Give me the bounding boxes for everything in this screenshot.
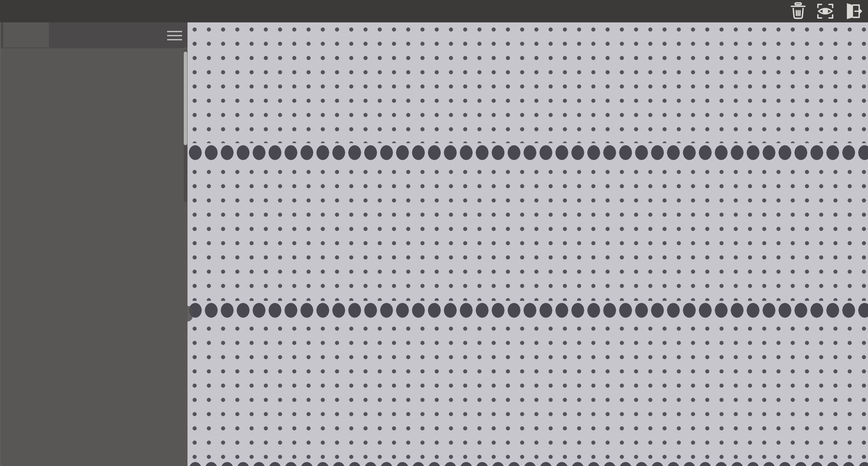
- sidebar-scrollbar[interactable]: [184, 50, 187, 202]
- scrollbar-thumb[interactable]: [184, 52, 187, 145]
- sidebar: [0, 22, 188, 466]
- view-icon: [818, 4, 833, 18]
- pegboard-canvas[interactable]: [188, 22, 868, 466]
- exit-icon: [847, 3, 862, 19]
- exit-button[interactable]: [842, 1, 863, 21]
- view-mode-button[interactable]: [814, 1, 836, 21]
- trash-icon: [791, 3, 805, 18]
- menu-icon[interactable]: [167, 31, 182, 40]
- sidebar-menu: [1, 47, 184, 48]
- tab-general[interactable]: [3, 22, 49, 47]
- header: [0, 0, 868, 22]
- header-toolbar: [787, 1, 863, 21]
- sidebar-tabbar: [1, 22, 188, 47]
- delete-button[interactable]: [787, 1, 809, 21]
- scene-svg: [188, 22, 868, 466]
